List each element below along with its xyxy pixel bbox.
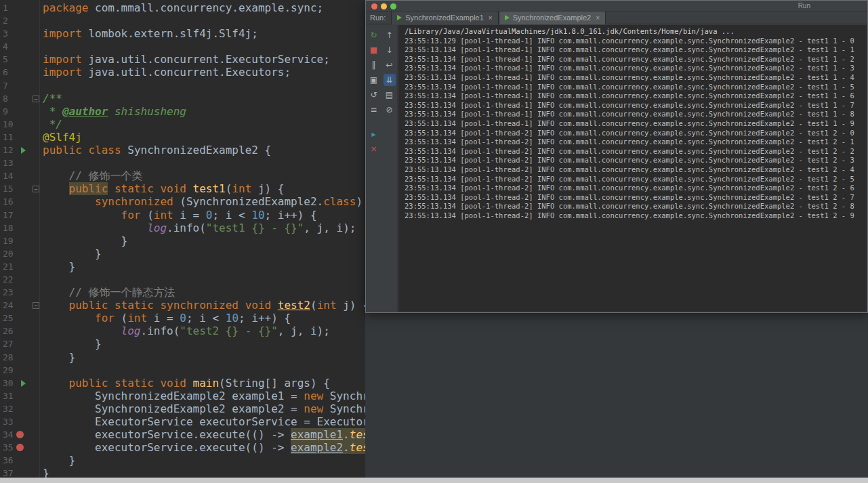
run-tab-label: SynchronizedExample1 bbox=[405, 14, 484, 22]
code-token: (String[] args) { bbox=[219, 377, 330, 390]
line-number: 24 bbox=[3, 299, 30, 312]
next-occurrence-icon[interactable]: ↓ bbox=[384, 44, 396, 56]
code-token: static bbox=[115, 377, 154, 390]
prev-occurrence-icon[interactable]: ↑ bbox=[384, 29, 396, 41]
run-tab-label: SynchronizedExample2 bbox=[513, 14, 592, 22]
fold-icon[interactable] bbox=[33, 186, 39, 192]
code-token bbox=[154, 377, 161, 390]
pause-output-icon[interactable]: ‖ bbox=[368, 59, 380, 71]
restore-layout-icon[interactable]: ↺ bbox=[368, 89, 380, 101]
line-number: 6 bbox=[3, 66, 30, 79]
code-token: SynchronizedExample2 example2 = bbox=[43, 402, 304, 415]
line-number: 19 bbox=[3, 234, 30, 247]
code-token: test2 bbox=[278, 299, 310, 312]
code-token bbox=[43, 299, 69, 312]
code-token: for bbox=[95, 312, 115, 324]
code-token bbox=[43, 324, 121, 337]
code-token bbox=[82, 144, 89, 156]
code-token: new bbox=[304, 402, 323, 415]
code-token: example2 bbox=[291, 441, 343, 454]
fold-icon[interactable] bbox=[33, 302, 39, 309]
line-number: 12 bbox=[3, 144, 30, 156]
code-token: ( bbox=[226, 182, 232, 195]
console-log-line: 23:55:13.134 [pool-1-thread-1] INFO com.… bbox=[405, 91, 867, 101]
run-tab[interactable]: SynchronizedExample1× bbox=[391, 12, 498, 24]
console-log-line: 23:55:13.134 [pool-1-thread-1] INFO com.… bbox=[405, 45, 867, 55]
code-token: 10 bbox=[226, 312, 239, 324]
pin-tab-icon[interactable]: ▸ bbox=[368, 128, 380, 140]
minimize-window-button[interactable] bbox=[381, 3, 387, 9]
window-bottom-edge bbox=[0, 478, 868, 483]
code-token bbox=[186, 182, 193, 195]
code-token: shishusheng bbox=[108, 105, 186, 118]
run-tab[interactable]: SynchronizedExample2× bbox=[499, 12, 606, 24]
print-icon[interactable]: ▤ bbox=[384, 89, 396, 101]
line-number: 16 bbox=[3, 195, 30, 208]
line-number: 11 bbox=[3, 131, 30, 144]
clear-all-icon[interactable]: ⊘ bbox=[384, 104, 396, 116]
code-token: } bbox=[43, 351, 75, 364]
code-token bbox=[239, 299, 245, 312]
tab-close-icon[interactable]: × bbox=[596, 14, 600, 22]
code-token bbox=[271, 299, 278, 312]
console-command-line: /Library/Java/JavaVirtualMachines/jdk1.8… bbox=[405, 27, 867, 37]
code-token bbox=[108, 182, 115, 195]
run-gutter-icon[interactable] bbox=[21, 380, 26, 387]
code-token: (SynchronizedExample2. bbox=[173, 195, 324, 208]
scroll-to-end-icon[interactable]: ⇊ bbox=[384, 74, 396, 86]
run-toolbar-left-column: ↻■‖▣↺≡▸× bbox=[366, 25, 381, 312]
console-log-line: 23:55:13.134 [pool-1-thread-2] INFO com.… bbox=[405, 156, 867, 165]
code-token: java.util.concurrent.ExecutorService; bbox=[82, 53, 330, 66]
line-number: 22 bbox=[3, 273, 30, 286]
code-token: * bbox=[43, 105, 62, 118]
code-token: "test1 {} - {}" bbox=[206, 222, 304, 234]
code-token: package bbox=[43, 1, 88, 14]
code-token: test1 bbox=[193, 182, 226, 195]
close-icon[interactable]: × bbox=[368, 143, 380, 155]
line-number: 21 bbox=[3, 260, 30, 273]
line-number: 30 bbox=[3, 377, 30, 390]
dump-threads-icon[interactable]: ▣ bbox=[368, 74, 380, 86]
code-token bbox=[154, 182, 161, 195]
code-token: lombok.extern.slf4j.Slf4j; bbox=[82, 27, 258, 40]
code-token: void bbox=[245, 299, 272, 312]
code-token: new bbox=[304, 390, 323, 402]
code-token: void bbox=[160, 377, 186, 390]
rerun-icon[interactable]: ↻ bbox=[368, 29, 380, 41]
stop-icon[interactable]: ■ bbox=[368, 44, 380, 56]
console-log-line: 23:55:13.134 [pool-1-thread-2] INFO com.… bbox=[405, 211, 867, 221]
console-log-line: 23:55:13.134 [pool-1-thread-2] INFO com.… bbox=[405, 147, 867, 156]
code-token: } bbox=[43, 247, 102, 260]
console-log-line: 23:55:13.134 [pool-1-thread-1] INFO com.… bbox=[405, 55, 867, 64]
code-token: j) { bbox=[337, 299, 369, 312]
code-token bbox=[108, 299, 115, 312]
code-token: public bbox=[69, 377, 108, 390]
fold-icon[interactable] bbox=[33, 96, 39, 102]
line-number: 27 bbox=[3, 337, 30, 350]
code-token: @author bbox=[62, 105, 108, 118]
line-number: 10 bbox=[3, 118, 30, 131]
run-gutter-icon[interactable] bbox=[21, 147, 26, 154]
tab-close-icon[interactable]: × bbox=[489, 14, 493, 22]
line-number: 2 bbox=[3, 14, 30, 27]
settings-icon[interactable]: ≡ bbox=[368, 104, 380, 116]
run-window-titlebar[interactable]: Run bbox=[366, 1, 867, 12]
console-log-line: 23:55:13.134 [pool-1-thread-1] INFO com.… bbox=[405, 83, 867, 92]
line-number: 1 bbox=[3, 1, 30, 14]
zoom-window-button[interactable] bbox=[390, 3, 396, 9]
close-window-button[interactable] bbox=[371, 3, 377, 9]
run-config-icon bbox=[397, 15, 402, 20]
console-log-line: 23:55:13.134 [pool-1-thread-1] INFO com.… bbox=[405, 101, 867, 110]
code-token: 0 bbox=[180, 312, 186, 324]
soft-wrap-icon[interactable]: ↩ bbox=[384, 59, 396, 71]
line-number: 5 bbox=[3, 53, 30, 66]
code-token: /** bbox=[43, 92, 62, 105]
run-console[interactable]: /Library/Java/JavaVirtualMachines/jdk1.8… bbox=[398, 25, 867, 312]
code-token: "test2 {} - {}" bbox=[180, 324, 278, 337]
code-token bbox=[186, 377, 193, 390]
line-number: 8 bbox=[3, 92, 30, 105]
run-toolbar-right-column: ↑↓↩⇊▤⊘ bbox=[381, 25, 397, 312]
code-token: main bbox=[193, 377, 220, 390]
code-token: . bbox=[343, 428, 350, 441]
line-number: 36 bbox=[3, 454, 30, 467]
